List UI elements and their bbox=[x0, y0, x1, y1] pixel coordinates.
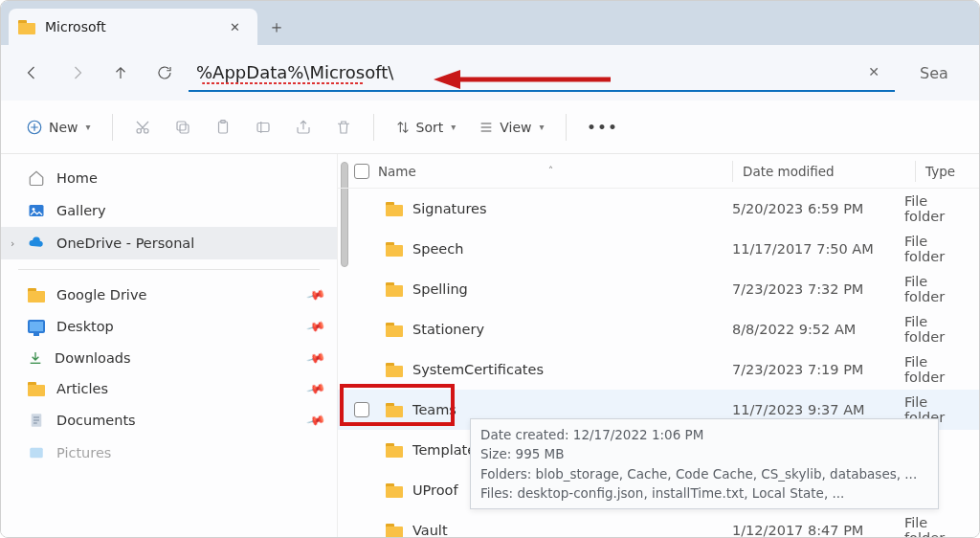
nav-pinned-downloads[interactable]: Downloads 📌 bbox=[1, 343, 337, 373]
file-name: SystemCertificates bbox=[412, 362, 544, 377]
nav-onedrive[interactable]: › OneDrive - Personal bbox=[1, 227, 337, 259]
file-row[interactable]: Spelling7/23/2023 7:32 PMFile folder bbox=[338, 269, 979, 309]
spellcheck-underline bbox=[202, 82, 365, 84]
file-date: 7/23/2023 7:19 PM bbox=[732, 362, 904, 377]
folder-icon bbox=[386, 363, 403, 377]
titlebar: Microsoft ✕ ＋ bbox=[1, 1, 979, 45]
folder-tooltip: Date created: 12/17/2022 1:06 PM Size: 9… bbox=[470, 418, 939, 509]
file-type: File folder bbox=[904, 234, 971, 264]
nav-label: Downloads bbox=[55, 350, 131, 366]
file-row[interactable]: Signatures5/20/2023 6:59 PMFile folder bbox=[338, 189, 979, 229]
new-button[interactable]: New ▾ bbox=[16, 113, 100, 142]
rename-button[interactable] bbox=[245, 113, 281, 142]
nav-label: Documents bbox=[56, 413, 136, 428]
cut-button[interactable] bbox=[124, 113, 161, 142]
svg-rect-5 bbox=[180, 124, 189, 133]
file-date: 5/20/2023 6:59 PM bbox=[732, 201, 904, 216]
svg-rect-9 bbox=[257, 123, 269, 131]
back-button[interactable] bbox=[12, 53, 53, 93]
address-input[interactable] bbox=[196, 62, 860, 82]
file-row[interactable]: Speech11/17/2017 7:50 AMFile folder bbox=[338, 229, 979, 269]
nav-pinned-desktop[interactable]: Desktop 📌 bbox=[1, 310, 337, 343]
file-row[interactable]: Vault1/12/2017 8:47 PMFile folder bbox=[338, 510, 979, 537]
view-label: View bbox=[500, 120, 531, 135]
file-row[interactable]: Stationery8/8/2022 9:52 AMFile folder bbox=[338, 309, 979, 349]
column-divider[interactable] bbox=[915, 161, 916, 182]
gallery-icon bbox=[28, 202, 45, 219]
more-button[interactable]: ••• bbox=[578, 114, 629, 141]
nav-gallery[interactable]: Gallery bbox=[1, 194, 337, 227]
nav-pinned-documents[interactable]: Documents 📌 bbox=[1, 404, 337, 437]
chevron-down-icon: ▾ bbox=[451, 122, 456, 132]
folder-icon bbox=[386, 242, 403, 257]
file-list-pane: Name˄ Date modified Type Signatures5/20/… bbox=[338, 154, 979, 537]
chevron-right-icon: › bbox=[11, 237, 14, 250]
nav-pinned-pictures[interactable]: Pictures bbox=[1, 437, 337, 469]
pin-icon: 📌 bbox=[305, 348, 325, 369]
sort-button[interactable]: Sort ▾ bbox=[386, 114, 466, 141]
nav-home[interactable]: Home bbox=[1, 162, 337, 194]
browser-tab[interactable]: Microsoft ✕ bbox=[9, 9, 257, 45]
col-date[interactable]: Date modified bbox=[743, 164, 915, 179]
new-label: New bbox=[49, 120, 78, 135]
address-bar[interactable]: ✕ bbox=[189, 54, 895, 92]
refresh-button[interactable] bbox=[145, 53, 185, 93]
file-type: File folder bbox=[904, 274, 971, 304]
file-type: File folder bbox=[904, 314, 971, 345]
delete-button[interactable] bbox=[325, 113, 362, 142]
pin-icon: 📌 bbox=[305, 379, 325, 399]
file-date: 7/23/2023 7:32 PM bbox=[732, 281, 904, 297]
folder-icon bbox=[386, 524, 403, 538]
copy-button[interactable] bbox=[165, 113, 201, 142]
folder-icon bbox=[386, 323, 403, 337]
file-name: Teams bbox=[412, 402, 457, 417]
home-icon bbox=[28, 169, 45, 187]
svg-point-4 bbox=[144, 128, 148, 133]
share-button[interactable] bbox=[285, 113, 322, 142]
clear-address-button[interactable]: ✕ bbox=[860, 60, 887, 83]
row-checkbox[interactable] bbox=[354, 402, 369, 417]
nav-pinned-google-drive[interactable]: Google Drive 📌 bbox=[1, 280, 337, 310]
file-date: 1/12/2017 8:47 PM bbox=[732, 523, 904, 537]
file-name: Signatures bbox=[412, 201, 487, 216]
paste-button[interactable] bbox=[205, 113, 241, 142]
file-row[interactable]: SystemCertificates7/23/2023 7:19 PMFile … bbox=[338, 349, 979, 390]
forward-button[interactable] bbox=[56, 53, 97, 93]
new-tab-button[interactable]: ＋ bbox=[257, 9, 296, 45]
folder-icon bbox=[386, 282, 403, 297]
view-button[interactable]: View ▾ bbox=[469, 114, 553, 141]
column-divider[interactable] bbox=[732, 161, 733, 182]
tooltip-line: Folders: blob_storage, Cache, Code Cache… bbox=[480, 464, 928, 483]
svg-rect-13 bbox=[30, 448, 43, 459]
select-all-checkbox[interactable] bbox=[354, 164, 369, 179]
column-headers[interactable]: Name˄ Date modified Type bbox=[338, 154, 979, 189]
divider bbox=[373, 114, 374, 141]
tooltip-line: Size: 995 MB bbox=[480, 444, 928, 463]
file-name: Stationery bbox=[412, 322, 484, 337]
pin-icon: 📌 bbox=[305, 317, 325, 337]
document-icon bbox=[28, 412, 45, 429]
folder-icon bbox=[28, 382, 45, 396]
col-type[interactable]: Type bbox=[925, 164, 971, 179]
close-tab-button[interactable]: ✕ bbox=[224, 16, 246, 38]
nav-label: Desktop bbox=[56, 319, 114, 334]
file-type: File folder bbox=[904, 354, 971, 385]
folder-icon bbox=[386, 483, 403, 498]
file-name: Speech bbox=[412, 241, 463, 257]
pin-icon: 📌 bbox=[305, 411, 325, 431]
nav-label: Home bbox=[56, 170, 98, 186]
file-date: 8/8/2022 9:52 AM bbox=[732, 322, 904, 337]
nav-pinned-articles[interactable]: Articles 📌 bbox=[1, 373, 337, 404]
download-icon bbox=[28, 350, 43, 366]
nav-label: Google Drive bbox=[56, 287, 146, 303]
col-name[interactable]: Name bbox=[378, 164, 416, 179]
cloud-icon bbox=[28, 235, 45, 252]
folder-icon bbox=[28, 288, 45, 303]
up-button[interactable] bbox=[100, 53, 141, 93]
file-name: Vault bbox=[412, 523, 448, 537]
search-box[interactable]: Sea bbox=[914, 54, 968, 92]
divider bbox=[566, 114, 567, 141]
file-date: 11/7/2023 9:37 AM bbox=[732, 402, 904, 417]
nav-bar: ✕ Sea bbox=[1, 45, 979, 101]
folder-icon bbox=[386, 443, 403, 458]
